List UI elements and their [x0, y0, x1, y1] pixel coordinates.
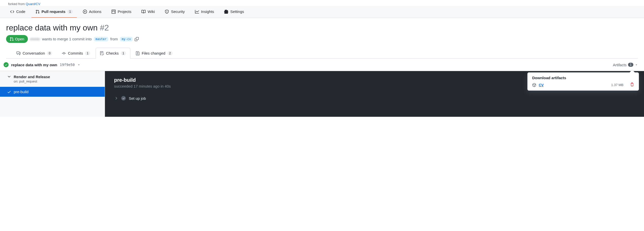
tab-files[interactable]: Files changed 2 [131, 48, 177, 59]
chevron-down-icon [7, 75, 11, 79]
nav-code[interactable]: Code [6, 6, 29, 18]
workflow-trigger: on: pull_request [14, 79, 50, 83]
shield-icon [165, 10, 169, 14]
git-commit-icon [62, 51, 66, 55]
nav-actions-label: Actions [89, 9, 101, 14]
pr-header: replace data with my own #2 Open elelde … [0, 18, 644, 59]
workflow-group[interactable]: Render and Release on: pull_request [0, 71, 105, 87]
pr-base-branch[interactable]: master [94, 37, 108, 41]
nav-projects-label: Projects [118, 9, 131, 14]
artifact-size: 1.37 MB [611, 83, 623, 87]
tab-conversation[interactable]: Conversation 0 [12, 48, 57, 59]
delete-button[interactable] [630, 82, 634, 87]
tab-commits-count: 1 [85, 51, 90, 55]
job-item-label: pre-build [14, 90, 28, 94]
pr-merge-text-1: wants to merge 1 commit into [42, 37, 92, 41]
nav-code-label: Code [16, 9, 25, 14]
job-item-prebuild[interactable]: pre-build [0, 87, 105, 97]
checks-header: replace data with my own 19f9e50 Artifac… [0, 59, 644, 71]
checks-commit-title: replace data with my own [11, 63, 57, 67]
fork-link[interactable]: Quard/CV [26, 2, 40, 6]
git-pull-request-icon [10, 37, 14, 41]
git-pull-request-icon [35, 10, 40, 14]
nav-actions[interactable]: Actions [79, 6, 105, 18]
artifacts-popover-title: Download artifacts [532, 76, 634, 80]
nav-insights-label: Insights [201, 9, 214, 14]
book-icon [141, 10, 146, 14]
pr-title: replace data with my own #2 [6, 23, 638, 32]
step-success-icon [121, 96, 126, 101]
pr-head-branch[interactable]: my-cv [120, 37, 133, 41]
checks-sidebar: Render and Release on: pull_request pre-… [0, 71, 105, 117]
checklist-icon [100, 51, 104, 55]
step-row[interactable]: Set up job [114, 96, 635, 101]
triangle-down-icon [635, 63, 638, 66]
comment-discussion-icon [16, 51, 21, 55]
pr-tabs: Conversation 0 Commits 1 Checks 1 Files … [6, 47, 638, 59]
tab-files-label: Files changed [142, 51, 165, 55]
copy-icon[interactable] [135, 37, 139, 41]
artifact-row: CV 1.37 MB [532, 82, 634, 87]
artifacts-count: 1 [628, 63, 633, 67]
checks-commit-sha[interactable]: 19f9e50 [60, 63, 75, 67]
artifacts-button[interactable]: Artifacts 1 [613, 63, 638, 67]
triangle-down-icon[interactable] [77, 63, 80, 66]
artifact-link[interactable]: CV [539, 83, 544, 87]
nav-security[interactable]: Security [161, 6, 189, 18]
fork-prefix: forked from [8, 2, 26, 6]
pr-author[interactable]: elelde [30, 37, 40, 41]
chevron-right-icon [114, 96, 118, 100]
tab-commits[interactable]: Commits 1 [58, 48, 95, 59]
nav-pulls[interactable]: Pull requests 1 [31, 6, 77, 18]
repo-nav: Code Pull requests 1 Actions Projects Wi… [0, 6, 644, 18]
graph-icon [195, 10, 199, 14]
pr-title-text: replace data with my own [6, 23, 98, 32]
tab-conversation-label: Conversation [23, 51, 45, 55]
nav-settings[interactable]: Settings [220, 6, 248, 18]
fork-info: forked from Quard/CV [0, 0, 644, 6]
pr-merge-text-2: from [110, 37, 118, 41]
nav-pulls-count: 1 [67, 10, 73, 14]
tab-checks-count: 1 [121, 51, 126, 55]
tab-files-count: 2 [167, 51, 173, 55]
trash-icon [630, 82, 634, 87]
nav-wiki-label: Wiki [148, 9, 155, 14]
pr-state-badge: Open [6, 35, 28, 43]
tab-conversation-count: 0 [47, 51, 52, 55]
nav-settings-label: Settings [230, 9, 244, 14]
nav-projects[interactable]: Projects [108, 6, 135, 18]
nav-pulls-label: Pull requests [42, 9, 65, 14]
gear-icon [224, 10, 228, 14]
success-check-icon [4, 62, 9, 67]
pr-number: #2 [100, 23, 109, 32]
tab-commits-label: Commits [68, 51, 83, 55]
file-diff-icon [136, 51, 140, 55]
package-icon [532, 83, 536, 87]
tab-checks[interactable]: Checks 1 [96, 48, 130, 59]
step-label: Set up job [129, 96, 146, 101]
tab-checks-label: Checks [106, 51, 119, 55]
artifacts-popover: Download artifacts CV 1.37 MB [527, 72, 639, 91]
pr-state-label: Open [15, 37, 24, 41]
nav-wiki[interactable]: Wiki [137, 6, 159, 18]
project-icon [112, 10, 116, 14]
code-icon [10, 10, 14, 14]
artifacts-label: Artifacts [613, 63, 627, 67]
workflow-name: Render and Release [14, 75, 50, 79]
check-icon [7, 90, 11, 94]
nav-security-label: Security [171, 9, 185, 14]
nav-insights[interactable]: Insights [191, 6, 218, 18]
pr-meta: Open elelde wants to merge 1 commit into… [6, 35, 638, 43]
play-icon [83, 10, 87, 14]
